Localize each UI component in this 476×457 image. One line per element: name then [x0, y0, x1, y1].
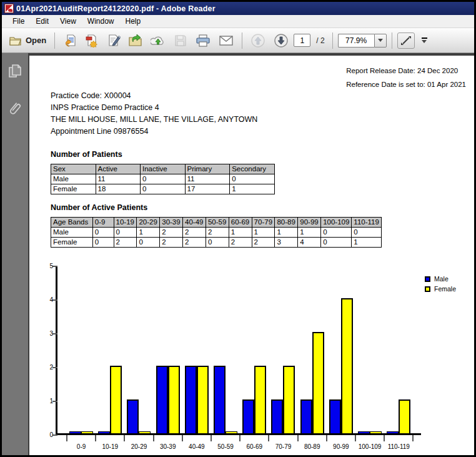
- legend-swatch: [425, 286, 430, 292]
- x-axis-tick-label: 80-89: [298, 443, 327, 450]
- legend-entry: Male: [425, 275, 456, 283]
- sign-document-button[interactable]: [104, 31, 124, 50]
- x-axis-tick-label: 0-9: [67, 443, 96, 450]
- table-header-cell: 80-89: [275, 218, 298, 228]
- table-cell: 2: [160, 238, 183, 248]
- table-header-cell: 70-79: [252, 218, 275, 228]
- table-cell: 17: [185, 184, 230, 194]
- legend-label: Female: [434, 285, 456, 293]
- female-bar: [197, 366, 209, 433]
- open-button[interactable]: Open: [6, 31, 49, 50]
- export-pdf-button[interactable]: [60, 31, 80, 50]
- table-cell: 0: [92, 238, 114, 248]
- title-bar: 01Apr2021AuditReport24122020.pdf - Adobe…: [2, 2, 474, 15]
- x-axis-tick: [153, 435, 154, 441]
- y-axis-tick-label: 1: [46, 398, 53, 404]
- zoom-level-value[interactable]: 77.9%: [338, 34, 374, 48]
- table-header-cell: 40-49: [183, 218, 206, 228]
- page-count-label: / 2: [316, 36, 324, 45]
- bar-group: [67, 431, 96, 433]
- table-header-cell: Inactive: [140, 164, 185, 174]
- table-header-cell: Sex: [51, 164, 96, 174]
- patients-table-title: Number of Patients: [51, 150, 122, 159]
- toolbar-separator: [54, 33, 55, 49]
- male-bar: [185, 366, 197, 433]
- male-bar: [127, 399, 139, 433]
- create-pdf-button[interactable]: [82, 31, 102, 50]
- female-bar: [341, 298, 353, 433]
- y-axis-tick: [52, 401, 57, 402]
- female-bar: [370, 431, 382, 433]
- legend-swatch: [425, 276, 430, 282]
- menu-item-window[interactable]: Window: [82, 16, 120, 27]
- x-axis-tick-label: 100-109: [355, 443, 384, 450]
- table-header-cell: Primary: [185, 164, 230, 174]
- menu-item-help[interactable]: Help: [120, 16, 147, 27]
- table-header-cell: Active: [96, 164, 140, 174]
- table-cell: 0: [92, 228, 114, 238]
- save-button[interactable]: [171, 31, 191, 50]
- send-file-button[interactable]: [126, 31, 146, 50]
- x-axis-tick-label: 40-49: [182, 443, 211, 450]
- bar-group: [327, 298, 355, 433]
- table-cell: 0: [321, 228, 352, 238]
- email-button[interactable]: [216, 31, 237, 50]
- page-thumbnails-button[interactable]: [6, 62, 24, 81]
- bar-group: [154, 366, 182, 433]
- table-header-cell: 30-39: [160, 218, 183, 228]
- report-release-date: Report Release Date: 24 Dec 2020: [346, 64, 466, 78]
- table-header-cell: Secondary: [230, 164, 275, 174]
- table-header-cell: 10-19: [114, 218, 137, 228]
- male-bar: [329, 399, 341, 433]
- open-folder-icon: [9, 35, 22, 46]
- male-bar: [214, 366, 226, 433]
- male-bar: [69, 431, 81, 433]
- reference-date: Reference Date is set to: 01 Apr 2021: [346, 78, 466, 91]
- x-axis-tick-label: 50-59: [211, 443, 240, 450]
- x-axis-tick: [66, 435, 67, 441]
- female-bar: [283, 366, 295, 433]
- table-cell: 0: [114, 228, 137, 238]
- table-cell: 0: [140, 184, 185, 194]
- zoom-dropdown-button[interactable]: [374, 34, 387, 48]
- attachments-button[interactable]: [6, 99, 24, 118]
- table-cell: 4: [298, 238, 321, 248]
- print-button[interactable]: [192, 31, 214, 50]
- window-title: 01Apr2021AuditReport24122020.pdf - Adobe…: [16, 4, 216, 13]
- y-axis-tick: [52, 299, 57, 301]
- table-cell: 1: [229, 228, 252, 238]
- table-cell: 0: [140, 174, 185, 184]
- zoom-dropdown-icon: [378, 39, 383, 42]
- report-dates: Report Release Date: 24 Dec 2020 Referen…: [346, 64, 466, 91]
- x-axis-tick-label: 20-29: [124, 443, 153, 450]
- x-axis-tick: [384, 435, 385, 441]
- bar-group: [355, 431, 384, 433]
- menu-item-edit[interactable]: Edit: [30, 16, 54, 27]
- table-cell: 2: [229, 238, 252, 248]
- toolbar-overflow-button[interactable]: [422, 38, 427, 43]
- bar-group: [298, 332, 327, 433]
- fit-window-button[interactable]: [397, 33, 415, 49]
- bar-group: [182, 366, 211, 433]
- x-axis-tick-label: 30-39: [154, 443, 182, 450]
- bar-group: [269, 366, 297, 433]
- x-axis-tick-label: 70-79: [269, 443, 297, 450]
- practice-detail-line: THE MILL HOUSE, MILL LANE, THE VILLAGE, …: [51, 114, 257, 126]
- practice-detail-line: Practice Code: X00004: [51, 90, 257, 102]
- toolbar-separator: [392, 33, 392, 49]
- bar-group: [124, 399, 153, 433]
- menu-item-view[interactable]: View: [54, 16, 82, 27]
- table-cell: 0: [321, 238, 352, 248]
- menu-item-file[interactable]: File: [7, 16, 30, 27]
- next-page-button[interactable]: [270, 31, 292, 50]
- cloud-upload-button[interactable]: [147, 31, 169, 50]
- print-icon: [196, 34, 211, 48]
- table-header-cell: Age Bands: [51, 218, 93, 228]
- x-axis-tick: [239, 435, 240, 441]
- female-bar: [139, 431, 151, 433]
- table-cell: 0: [352, 228, 382, 238]
- previous-page-button[interactable]: [247, 31, 269, 50]
- x-axis-tick-label: 110-119: [384, 443, 413, 450]
- x-axis-tick: [124, 435, 125, 441]
- page-number-input[interactable]: [294, 34, 310, 47]
